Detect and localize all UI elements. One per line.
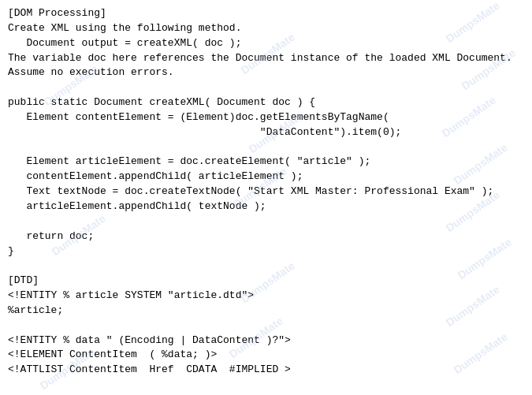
code-block: [DOM Processing] Create XML using the fo…	[0, 0, 532, 395]
